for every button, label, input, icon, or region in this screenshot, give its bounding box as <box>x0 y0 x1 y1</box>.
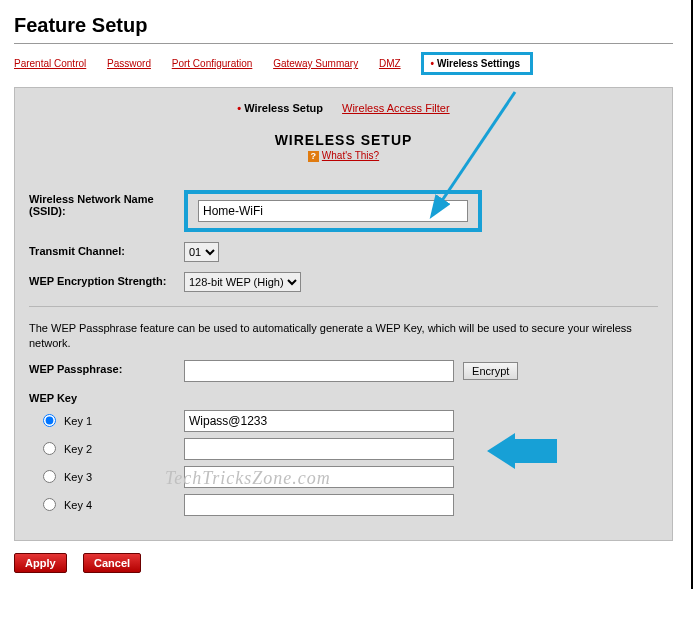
bullet-icon: • <box>237 102 241 114</box>
wep-info-text: The WEP Passphrase feature can be used t… <box>29 321 658 352</box>
key4-row: Key 4 <box>29 494 658 516</box>
nav-port-configuration[interactable]: Port Configuration <box>172 58 253 69</box>
divider <box>14 43 673 44</box>
key2-radio[interactable] <box>43 442 56 455</box>
button-bar: Apply Cancel <box>14 553 673 573</box>
channel-label: Transmit Channel: <box>29 242 184 257</box>
wep-strength-row: WEP Encryption Strength: 128-bit WEP (Hi… <box>29 272 658 292</box>
apply-button[interactable]: Apply <box>14 553 67 573</box>
wep-strength-select[interactable]: 128-bit WEP (High) <box>184 272 301 292</box>
cancel-button[interactable]: Cancel <box>83 553 141 573</box>
subnav-wireless-access-filter[interactable]: Wireless Access Filter <box>342 102 450 114</box>
encrypt-button[interactable]: Encrypt <box>463 362 518 380</box>
key4-label: Key 4 <box>64 499 184 511</box>
ssid-label: Wireless Network Name (SSID): <box>29 190 184 217</box>
ssid-highlight-box <box>184 190 482 232</box>
channel-row: Transmit Channel: 01 <box>29 242 658 262</box>
key2-label: Key 2 <box>64 443 184 455</box>
top-nav: Parental Control Password Port Configura… <box>14 50 673 85</box>
divider <box>29 306 658 307</box>
passphrase-row: WEP Passphrase: Encrypt <box>29 360 658 382</box>
key1-row: Key 1 <box>29 410 658 432</box>
key1-radio[interactable] <box>43 414 56 427</box>
nav-password[interactable]: Password <box>107 58 151 69</box>
ssid-input[interactable] <box>198 200 468 222</box>
nav-gateway-summary[interactable]: Gateway Summary <box>273 58 358 69</box>
subnav-wireless-setup: •Wireless Setup <box>237 102 323 114</box>
nav-parental-control[interactable]: Parental Control <box>14 58 86 69</box>
key3-input[interactable] <box>184 466 454 488</box>
sub-nav: •Wireless Setup Wireless Access Filter <box>29 102 658 114</box>
wep-key-heading: WEP Key <box>29 392 658 404</box>
nav-dmz[interactable]: DMZ <box>379 58 401 69</box>
passphrase-label: WEP Passphrase: <box>29 360 184 375</box>
whats-this-row: ?What's This? <box>29 150 658 162</box>
key1-input[interactable] <box>184 410 454 432</box>
whats-this-link[interactable]: What's This? <box>322 150 379 161</box>
nav-wireless-settings[interactable]: Wireless Settings <box>437 58 520 69</box>
section-heading: WIRELESS SETUP <box>29 132 658 148</box>
question-icon: ? <box>308 151 319 162</box>
key3-radio[interactable] <box>43 470 56 483</box>
channel-select[interactable]: 01 <box>184 242 219 262</box>
key3-label: Key 3 <box>64 471 184 483</box>
bullet-icon: • <box>430 58 434 69</box>
wep-strength-label: WEP Encryption Strength: <box>29 272 184 287</box>
key2-row: Key 2 <box>29 438 658 460</box>
key4-input[interactable] <box>184 494 454 516</box>
ssid-row: Wireless Network Name (SSID): <box>29 190 658 232</box>
page-title: Feature Setup <box>14 14 673 37</box>
key4-radio[interactable] <box>43 498 56 511</box>
key1-label: Key 1 <box>64 415 184 427</box>
wireless-panel: •Wireless Setup Wireless Access Filter W… <box>14 87 673 541</box>
key3-row: Key 3 <box>29 466 658 488</box>
key2-input[interactable] <box>184 438 454 460</box>
passphrase-input[interactable] <box>184 360 454 382</box>
nav-wireless-settings-highlight: •Wireless Settings <box>421 52 533 75</box>
